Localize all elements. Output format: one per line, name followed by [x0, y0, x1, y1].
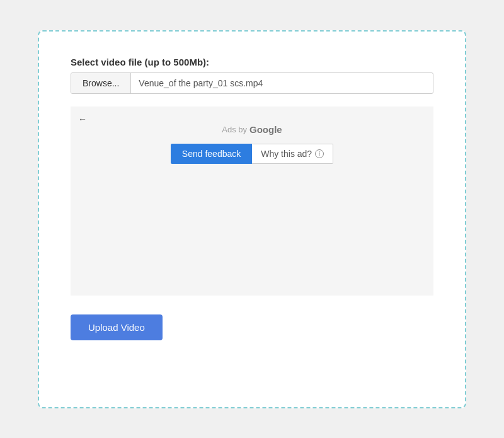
google-label: Google — [249, 124, 282, 135]
file-section: Select video file (up to 500Mb): Browse.… — [71, 57, 433, 94]
browse-button[interactable]: Browse... — [71, 73, 131, 93]
ads-by-label: Ads by — [222, 125, 247, 134]
main-card: Select video file (up to 500Mb): Browse.… — [38, 30, 466, 408]
section-label: Select video file (up to 500Mb): — [71, 57, 433, 67]
page-container: Select video file (up to 500Mb): Browse.… — [0, 0, 504, 438]
ad-container: ← Ads by Google Send feedback Why this a… — [71, 107, 433, 296]
section-label-bold: (up to 500Mb): — [145, 57, 210, 67]
send-feedback-button[interactable]: Send feedback — [171, 144, 252, 164]
why-this-ad-label: Why this ad? — [261, 149, 312, 159]
back-arrow-icon[interactable]: ← — [78, 114, 87, 124]
why-this-ad-button[interactable]: Why this ad? i — [252, 144, 333, 164]
ads-by-google: Ads by Google — [222, 124, 282, 135]
file-input-row: Browse... Venue_of the party_01 scs.mp4 — [71, 72, 433, 94]
file-name-display: Venue_of the party_01 scs.mp4 — [131, 73, 433, 93]
info-icon: i — [315, 149, 324, 158]
ad-buttons-row: Send feedback Why this ad? i — [171, 144, 333, 164]
section-label-text: Select video file — [71, 57, 145, 67]
upload-video-button[interactable]: Upload Video — [71, 314, 163, 340]
